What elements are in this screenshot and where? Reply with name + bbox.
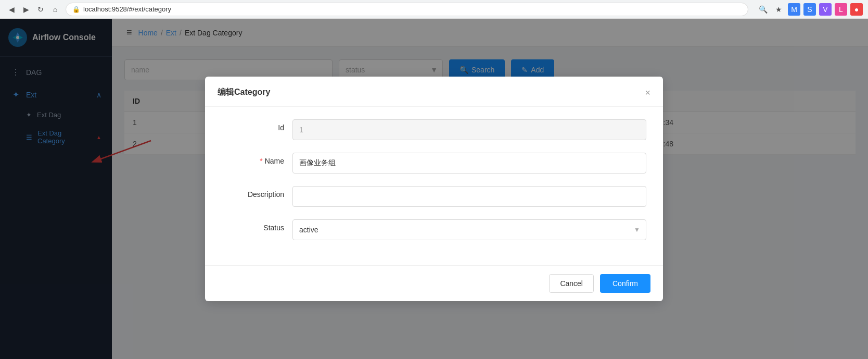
modal-header: 编辑Category × bbox=[205, 77, 663, 107]
id-label: Id bbox=[222, 119, 284, 132]
description-label: Description bbox=[222, 186, 284, 199]
extension-icon-1[interactable]: M bbox=[788, 3, 800, 16]
back-button[interactable]: ◀ bbox=[5, 3, 18, 16]
modal-close-button[interactable]: × bbox=[645, 88, 650, 97]
nav-buttons: ◀ ▶ ↻ ⌂ bbox=[5, 3, 61, 16]
form-row-id: Id bbox=[222, 119, 646, 140]
status-select-wrapper: active inactive ▼ bbox=[292, 219, 646, 240]
modal-footer: Cancel Confirm bbox=[205, 265, 663, 301]
forward-button[interactable]: ▶ bbox=[20, 3, 32, 16]
id-field bbox=[292, 119, 646, 140]
form-row-description: Description bbox=[222, 186, 646, 207]
extension-icon-5[interactable]: ● bbox=[850, 3, 863, 16]
lock-icon: 🔒 bbox=[72, 6, 80, 13]
url-text: localhost:9528/#/ext/category bbox=[83, 5, 171, 13]
zoom-icon[interactable]: 🔍 bbox=[757, 3, 769, 16]
form-row-name: Name bbox=[222, 153, 646, 174]
form-row-status: Status active inactive ▼ bbox=[222, 219, 646, 240]
browser-icons: 🔍 ★ M S V L ● bbox=[757, 3, 863, 16]
bookmark-icon[interactable]: ★ bbox=[772, 3, 785, 16]
status-label: Status bbox=[222, 219, 284, 232]
address-bar: 🔒 localhost:9528/#/ext/category bbox=[66, 3, 748, 16]
reload-button[interactable]: ↻ bbox=[34, 3, 47, 16]
browser-chrome: ◀ ▶ ↻ ⌂ 🔒 localhost:9528/#/ext/category … bbox=[0, 0, 868, 19]
edit-category-modal: 编辑Category × Id Name Description Status bbox=[205, 77, 663, 301]
cancel-button[interactable]: Cancel bbox=[549, 274, 594, 293]
extension-icon-3[interactable]: V bbox=[819, 3, 832, 16]
home-button[interactable]: ⌂ bbox=[49, 3, 61, 16]
modal-body: Id Name Description Status active inacti… bbox=[205, 107, 663, 265]
modal-title: 编辑Category bbox=[218, 87, 270, 98]
name-label: Name bbox=[222, 153, 284, 165]
description-field[interactable] bbox=[292, 186, 646, 207]
extension-icon-4[interactable]: L bbox=[835, 3, 847, 16]
name-field[interactable] bbox=[292, 153, 646, 174]
modal-overlay: 编辑Category × Id Name Description Status bbox=[0, 19, 868, 359]
status-select[interactable]: active inactive bbox=[292, 219, 646, 240]
extension-icon-2[interactable]: S bbox=[803, 3, 816, 16]
confirm-button[interactable]: Confirm bbox=[600, 274, 650, 293]
